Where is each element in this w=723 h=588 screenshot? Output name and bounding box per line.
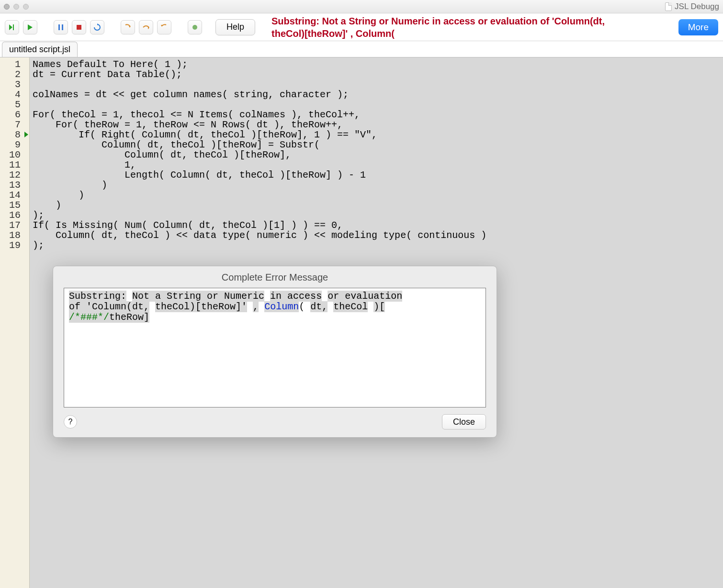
- window-title: JSL Debugg: [675, 2, 719, 11]
- error-dialog: Complete Error Message Substring: Not a …: [53, 266, 497, 438]
- restart-button[interactable]: [90, 20, 104, 34]
- line-number: 14: [0, 190, 29, 200]
- error-summary: Substring: Not a String or Numeric in ac…: [271, 15, 607, 40]
- svg-marker-7: [129, 26, 131, 28]
- line-number: 3: [0, 79, 29, 90]
- line-number: 15: [0, 200, 29, 210]
- line-number: 11: [0, 160, 29, 170]
- svg-rect-1: [13, 24, 14, 30]
- dialog-title: Complete Error Message: [53, 266, 497, 288]
- code-editor[interactable]: 12345678910111213141516171819 Names Defa…: [0, 57, 723, 588]
- pause-button[interactable]: [54, 20, 68, 34]
- line-number: 7: [0, 120, 29, 130]
- line-number: 19: [0, 240, 29, 250]
- line-number: 2: [0, 69, 29, 79]
- window-close-button[interactable]: [4, 4, 10, 10]
- svg-rect-5: [77, 25, 81, 30]
- traffic-lights: [4, 4, 29, 10]
- tab-active[interactable]: untitled script.jsl: [2, 42, 78, 57]
- dialog-close-button[interactable]: Close: [442, 414, 486, 430]
- line-number: 9: [0, 140, 29, 150]
- step-into-button[interactable]: [121, 20, 135, 34]
- tab-bar: untitled script.jsl: [0, 41, 723, 57]
- line-number: 6: [0, 110, 29, 120]
- svg-marker-0: [9, 24, 12, 30]
- window-titlebar: JSL Debugg: [0, 0, 723, 13]
- line-number: 1: [0, 59, 29, 69]
- step-out-button[interactable]: [157, 20, 171, 34]
- stop-button[interactable]: [72, 20, 86, 34]
- line-number: 4: [0, 90, 29, 100]
- run-skip-button[interactable]: [5, 20, 19, 34]
- line-number: 13: [0, 180, 29, 190]
- line-number: 17: [0, 220, 29, 230]
- dialog-help-button[interactable]: ?: [64, 415, 77, 429]
- line-number: 5: [0, 100, 29, 110]
- window-zoom-button[interactable]: [23, 4, 29, 10]
- run-button[interactable]: [23, 20, 37, 34]
- breakpoints-button[interactable]: [188, 20, 202, 34]
- help-button[interactable]: Help: [215, 19, 255, 35]
- line-number: 16: [0, 210, 29, 220]
- svg-marker-2: [28, 24, 33, 30]
- line-number: 8: [0, 130, 29, 140]
- line-number: 12: [0, 170, 29, 180]
- document-icon: [665, 2, 672, 11]
- dialog-body[interactable]: Substring: Not a String or Numeric in ac…: [64, 288, 486, 407]
- toolbar: Help Substring: Not a String or Numeric …: [0, 13, 723, 41]
- line-number: 18: [0, 230, 29, 240]
- line-number: 10: [0, 150, 29, 160]
- window-minimize-button[interactable]: [13, 4, 19, 10]
- line-gutter: 12345678910111213141516171819: [0, 57, 30, 588]
- svg-rect-4: [62, 24, 63, 30]
- step-over-button[interactable]: [139, 20, 153, 34]
- more-button[interactable]: More: [678, 19, 718, 35]
- svg-point-10: [192, 25, 197, 30]
- svg-rect-3: [58, 24, 60, 30]
